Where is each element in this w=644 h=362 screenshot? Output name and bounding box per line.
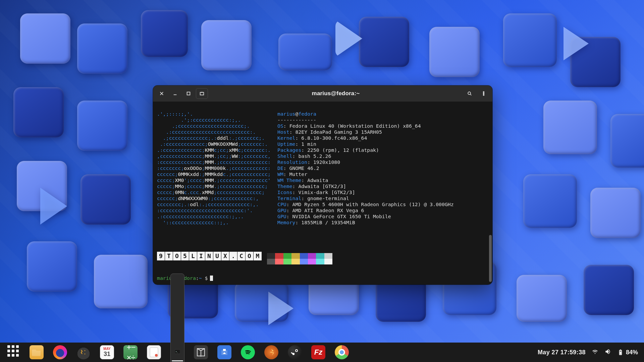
neofetch-info: marius@fedora-------------OS: Fedora Lin… — [277, 111, 454, 226]
launcher-steam[interactable] — [287, 345, 303, 360]
calendar-icon: MAY31 — [100, 345, 114, 359]
files-icon — [30, 345, 44, 359]
taskbar-launchers: MAY31+−×÷>_Fz — [5, 345, 350, 360]
svg-point-5 — [483, 95, 484, 96]
svg-rect-0 — [187, 92, 190, 95]
nexuiz-icon — [264, 345, 278, 359]
apps-grid-icon — [6, 345, 20, 359]
calculator-icon: +−×÷ — [123, 345, 138, 359]
chromium-icon — [335, 345, 349, 359]
maximize-button[interactable] — [182, 88, 195, 99]
svg-point-4 — [483, 93, 484, 94]
svg-point-14 — [296, 350, 297, 351]
menu-button[interactable] — [478, 88, 490, 99]
launcher-chromium[interactable] — [334, 345, 350, 360]
svg-point-2 — [468, 92, 471, 95]
search-button[interactable] — [464, 88, 476, 99]
prompt-symbol: $ — [205, 275, 208, 281]
launcher-tor-browser[interactable] — [76, 345, 91, 360]
launcher-terminal[interactable]: >_ — [170, 345, 185, 360]
launcher-calendar[interactable]: MAY31 — [99, 345, 115, 360]
text-editor-icon — [147, 345, 161, 359]
new-tab-button[interactable] — [196, 88, 208, 99]
terminal-window: marius@fedora:~ .',;::::;,'. .';:ccccccc… — [153, 85, 492, 285]
spotify-icon — [241, 345, 255, 359]
wifi-icon[interactable] — [592, 348, 598, 357]
terminal-scrollbar[interactable] — [489, 105, 492, 282]
firefox-icon — [53, 345, 67, 359]
terminal-viewport[interactable]: .',;::::;,'. .';:cccccccccccc:;,. .;cccc… — [153, 102, 492, 285]
taskbar: MAY31+−×÷>_Fz May 27 17:59:38 84% — [0, 343, 644, 362]
watermark-plate: 9TO5LINUX.COM — [157, 252, 262, 260]
battery-indicator[interactable]: 84% — [617, 349, 638, 356]
cursor-block — [210, 276, 213, 281]
tor-browser-icon — [76, 345, 91, 359]
launcher-filezilla[interactable]: Fz — [311, 345, 326, 360]
neofetch-ascii: .',;::::;,'. .';:cccccccccccc:;,. .;cccc… — [157, 111, 271, 226]
svg-point-9 — [155, 354, 158, 357]
launcher-apps-grid[interactable] — [5, 345, 21, 360]
launcher-text-editor[interactable] — [146, 345, 162, 360]
launcher-nexuiz[interactable] — [264, 345, 279, 360]
software-icon — [217, 345, 231, 359]
filezilla-icon: Fz — [311, 345, 325, 359]
prompt-path: ~ — [199, 275, 202, 281]
window-title: marius@fedora:~ — [209, 90, 462, 97]
shell-prompt[interactable]: marius@fedora:~ $ — [157, 275, 213, 281]
launcher-software[interactable] — [217, 345, 232, 360]
clock[interactable]: May 27 17:59:38 — [538, 349, 586, 356]
svg-text:>_: >_ — [176, 351, 178, 353]
steam-icon — [288, 345, 302, 359]
svg-point-7 — [85, 354, 85, 354]
close-button[interactable] — [156, 88, 168, 99]
svg-point-3 — [483, 92, 484, 93]
launcher-firefox[interactable] — [52, 345, 68, 360]
color-swatches — [267, 253, 332, 264]
titlebar: marius@fedora:~ — [153, 85, 492, 102]
launcher-files[interactable] — [29, 345, 44, 360]
scrollbar-thumb[interactable] — [489, 235, 492, 282]
launcher-boxes[interactable] — [193, 345, 209, 360]
svg-rect-16 — [620, 352, 621, 355]
system-tray: May 27 17:59:38 84% — [538, 348, 641, 357]
launcher-calculator[interactable]: +−×÷ — [123, 345, 138, 360]
minimize-button[interactable] — [169, 88, 181, 99]
boxes-icon — [194, 345, 208, 359]
svg-point-6 — [85, 350, 85, 351]
terminal-icon: >_ — [170, 274, 184, 362]
launcher-spotify[interactable] — [240, 345, 256, 360]
volume-icon[interactable] — [604, 348, 611, 357]
battery-percent: 84% — [626, 349, 638, 356]
